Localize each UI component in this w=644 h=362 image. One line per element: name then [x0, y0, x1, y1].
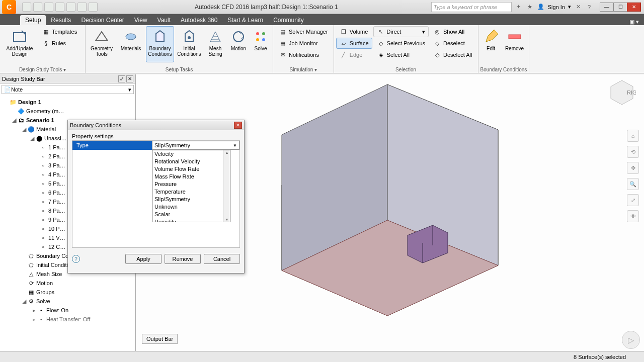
title-right-controls: ✦ ★ 👤 Sign In ▾ ✕ ? — ☐ ✕	[512, 3, 644, 12]
tab-view[interactable]: View	[129, 15, 152, 25]
dropdown-option[interactable]: Temperature	[152, 188, 230, 196]
notifications-button[interactable]: ✉Notifications	[275, 49, 332, 60]
chevron-down-icon[interactable]: ▾	[128, 86, 131, 93]
dropdown-option[interactable]: Velocity	[152, 150, 230, 158]
tab-autodesk360[interactable]: Autodesk 360	[176, 15, 222, 25]
signin-link[interactable]: Sign In	[548, 4, 565, 10]
initial-conditions-button[interactable]: Initial Conditions	[175, 26, 203, 62]
tree-heat[interactable]: ▸•Heat Transfer: Off	[1, 315, 134, 324]
close-button[interactable]: ✕	[627, 3, 641, 12]
tab-community[interactable]: Community	[268, 15, 309, 25]
deselect-button[interactable]: ◇Deselect	[430, 38, 475, 49]
mesh-sizing-button[interactable]: Mesh Sizing	[204, 26, 226, 62]
qat-undo-icon[interactable]	[66, 3, 75, 12]
dialog-close-icon[interactable]: ✕	[234, 122, 242, 129]
qat-redo-icon[interactable]	[77, 3, 87, 12]
ribbon-collapse-icon[interactable]: ▣ ▾	[624, 19, 644, 25]
tree-flow[interactable]: ▸•Flow: On	[1, 306, 134, 315]
tab-vault[interactable]: Vault	[152, 15, 176, 25]
minimize-button[interactable]: —	[600, 3, 614, 12]
search-input[interactable]: Type a keyword or phrase	[431, 2, 512, 12]
tree-geometry[interactable]: 🔷Geometry (m…	[1, 107, 134, 116]
dropdown-option[interactable]: Humidity	[152, 218, 230, 222]
view-cube[interactable]: RIGHT	[608, 78, 636, 107]
qat-open-icon[interactable]	[33, 3, 42, 12]
tree-motion[interactable]: ⟳Motion	[1, 279, 134, 288]
group-label-bc: Boundary Conditions	[480, 66, 527, 73]
help-icon[interactable]: ?	[585, 3, 593, 11]
infocenter-icon[interactable]: ✦	[515, 3, 523, 11]
boundary-conditions-button[interactable]: Boundary Conditions	[146, 26, 174, 62]
play-icon[interactable]: ▷	[622, 331, 640, 349]
motion-button[interactable]: Motion	[227, 26, 250, 62]
geometry-tools-button[interactable]: Geometry Tools	[88, 26, 116, 62]
qat-save-icon[interactable]	[44, 3, 53, 12]
home-icon[interactable]: ⌂	[627, 130, 639, 142]
svg-point-6	[262, 32, 265, 35]
direct-icon: ↖	[377, 28, 385, 36]
tree-design[interactable]: 📁Design 1	[1, 98, 134, 107]
select-previous-button[interactable]: ◇Select Previous	[373, 38, 429, 49]
remove-button[interactable]: Remove	[503, 26, 527, 62]
favorites-icon[interactable]: ★	[526, 3, 534, 11]
edit-button[interactable]: Edit	[480, 26, 502, 62]
tab-start-learn[interactable]: Start & Learn	[222, 15, 268, 25]
solve-button[interactable]: Solve	[251, 26, 271, 62]
pin-icon[interactable]: ⤢	[118, 75, 125, 82]
signin-dropdown[interactable]: ▾	[568, 4, 571, 10]
maximize-button[interactable]: ☐	[613, 3, 627, 12]
remove-dialog-button[interactable]: Remove	[165, 254, 201, 264]
qat-saveall-icon[interactable]	[55, 3, 64, 12]
chevron-down-icon[interactable]: ▼	[233, 143, 237, 148]
edge-button[interactable]: ╱Edge	[336, 49, 372, 60]
close-panel-icon[interactable]: ✕	[126, 75, 133, 82]
tree-solve[interactable]: ◢⚙Solve	[1, 297, 134, 306]
app-icon[interactable]: C	[2, 0, 16, 14]
boundary-conditions-dialog: Boundary Conditions ✕ Property settings …	[67, 120, 245, 274]
add-update-design-button[interactable]: Add/Update Design	[2, 26, 37, 62]
templates-button[interactable]: ▦Templates	[38, 26, 80, 37]
dropdown-option[interactable]: Scalar	[152, 211, 230, 218]
dropdown-option[interactable]: Volume Flow Rate	[152, 165, 230, 173]
fit-icon[interactable]: ⤢	[627, 194, 639, 206]
show-all-button[interactable]: ◎Show All	[430, 26, 475, 37]
dropdown-option[interactable]: Slip/Symmetry	[152, 196, 230, 203]
materials-button[interactable]: Materials	[117, 26, 145, 62]
exchange-icon[interactable]: ✕	[574, 3, 582, 11]
rules-button[interactable]: §Rules	[38, 38, 80, 49]
select-all-button[interactable]: ◈Select All	[373, 49, 429, 60]
tab-setup[interactable]: Setup	[20, 15, 46, 25]
user-icon[interactable]: 👤	[537, 3, 545, 11]
group-label-dstools[interactable]: Design Study Tools ▾	[2, 66, 83, 73]
zoom-icon[interactable]: 🔍	[627, 178, 639, 190]
dialog-titlebar[interactable]: Boundary Conditions ✕	[68, 120, 244, 130]
output-bar-button[interactable]: Output Bar	[142, 334, 178, 344]
pan-icon[interactable]: ✥	[627, 162, 639, 174]
type-combo[interactable]: Slip/Symmetry▼	[152, 141, 239, 150]
direct-button[interactable]: ↖Direct▾	[373, 26, 429, 37]
orbit-icon[interactable]: ⟲	[627, 146, 639, 158]
dropdown-option[interactable]: Unknown	[152, 203, 230, 211]
group-label-simulation[interactable]: Simulation ▾	[275, 66, 332, 73]
window-controls: — ☐ ✕	[600, 3, 641, 12]
volume-button[interactable]: ❒Volume	[336, 26, 372, 37]
dropdown-scrollbar[interactable]	[223, 150, 230, 222]
surface-button[interactable]: ▱Surface	[336, 38, 372, 49]
dropdown-option[interactable]: Pressure	[152, 180, 230, 188]
dialog-help-icon[interactable]: ?	[72, 255, 80, 263]
cancel-button[interactable]: Cancel	[204, 254, 240, 264]
qat-more-icon[interactable]	[89, 3, 98, 12]
title-bar: C Autodesk CFD 2016 lamp3 half::Design 1…	[0, 0, 644, 14]
tree-groups[interactable]: ▦Groups	[1, 288, 134, 297]
dropdown-option[interactable]: Mass Flow Rate	[152, 173, 230, 180]
qat-new-icon[interactable]	[22, 3, 31, 12]
dropdown-option[interactable]: Rotational Velocity	[152, 158, 230, 165]
solver-manager-button[interactable]: ▤Solver Manager	[275, 26, 332, 37]
deselect-all-button[interactable]: ◇Deselect All	[430, 49, 475, 60]
tab-results[interactable]: Results	[46, 15, 76, 25]
tab-decision-center[interactable]: Decision Center	[76, 15, 129, 25]
apply-button[interactable]: Apply	[125, 254, 162, 264]
note-input[interactable]: 📄 Note ▾	[2, 85, 134, 94]
job-monitor-button[interactable]: ▤Job Monitor	[275, 38, 332, 49]
look-icon[interactable]: 👁	[627, 210, 639, 222]
